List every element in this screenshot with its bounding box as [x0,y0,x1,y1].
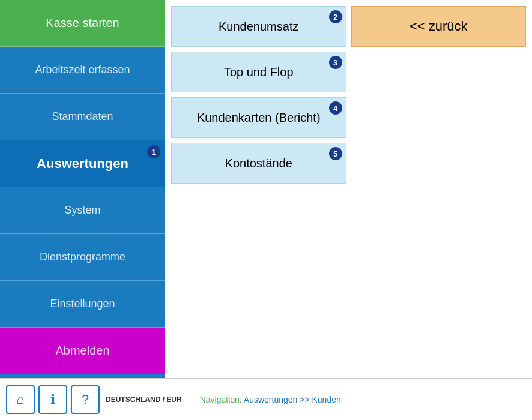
sidebar-item-arbeitszeit-label: Arbeitszeit erfassen [35,64,130,76]
back-column: << zurück [351,6,527,47]
nav-label: Navigation: [200,395,244,404]
back-button[interactable]: << zurück [351,6,527,47]
sidebar-item-auswertungen-label: Auswertungen [37,156,128,172]
kontostande-label: Kontostände [225,157,292,170]
back-button-label: << zurück [410,19,468,34]
navigation-text: Navigation: Auswertungen >> Kunden [200,395,526,404]
home-button[interactable]: ⌂ [6,385,35,414]
sidebar-item-einstellungen[interactable]: Einstellungen [0,281,165,328]
kundenumsatz-label: Kundenumsatz [219,20,298,34]
info-icon: ℹ [50,392,55,407]
footer-icons: ⌂ ℹ ? [6,385,100,414]
help-icon: ? [82,392,89,407]
sidebar-item-dienstprogramme-label: Dienstprogramme [40,251,125,263]
kundenkarten-bericht-badge: 4 [329,101,342,115]
sidebar-item-system-label: System [64,204,100,217]
sidebar-item-dienstprogramme[interactable]: Dienstprogramme [0,234,165,281]
sidebar-item-kasse[interactable]: Kasse starten [0,0,165,47]
top-und-flop-badge: 3 [329,56,342,69]
sidebar: Kasse starten Arbeitszeit erfassen Stamm… [0,0,165,378]
kontostande-button[interactable]: Kontostände 5 [171,143,346,184]
sidebar-item-abmelden-label: Abmelden [55,344,109,358]
sidebar-item-kasse-label: Kasse starten [46,16,119,30]
kundenumsatz-badge: 2 [329,10,342,23]
main-area: Kasse starten Arbeitszeit erfassen Stamm… [0,0,532,378]
kundenumsatz-button[interactable]: Kundenumsatz 2 [171,6,346,47]
locale-label: DEUTSCHLAND / EUR [106,395,182,404]
top-und-flop-label: Top und Flop [224,65,294,79]
home-icon: ⌂ [16,392,24,407]
nav-path: Auswertungen >> Kunden [244,395,341,404]
sidebar-item-abmelden[interactable]: Abmelden [0,328,165,374]
top-und-flop-button[interactable]: Top und Flop 3 [171,52,346,92]
kontostande-badge: 5 [329,147,342,160]
content-grid: Kundenumsatz 2 Top und Flop 3 Kundenkart… [171,6,526,184]
help-button[interactable]: ? [71,385,100,414]
kundenkarten-bericht-label: Kundenkarten (Bericht) [197,111,321,125]
auswertungen-badge: 1 [147,145,160,158]
sidebar-item-arbeitszeit[interactable]: Arbeitszeit erfassen [0,47,165,94]
info-button[interactable]: ℹ [38,385,67,414]
sidebar-item-auswertungen[interactable]: Auswertungen 1 [0,140,165,187]
sidebar-item-stammdaten[interactable]: Stammdaten [0,94,165,140]
app-layout: Kasse starten Arbeitszeit erfassen Stamm… [0,0,532,420]
content-area: Kundenumsatz 2 Top und Flop 3 Kundenkart… [165,0,532,378]
sidebar-item-system[interactable]: System [0,187,165,234]
footer: ⌂ ℹ ? DEUTSCHLAND / EUR Navigation: Ausw… [0,378,532,420]
menu-buttons-column: Kundenumsatz 2 Top und Flop 3 Kundenkart… [171,6,346,184]
kundenkarten-bericht-button[interactable]: Kundenkarten (Bericht) 4 [171,97,346,138]
sidebar-item-einstellungen-label: Einstellungen [50,298,115,310]
sidebar-item-stammdaten-label: Stammdaten [52,110,113,123]
